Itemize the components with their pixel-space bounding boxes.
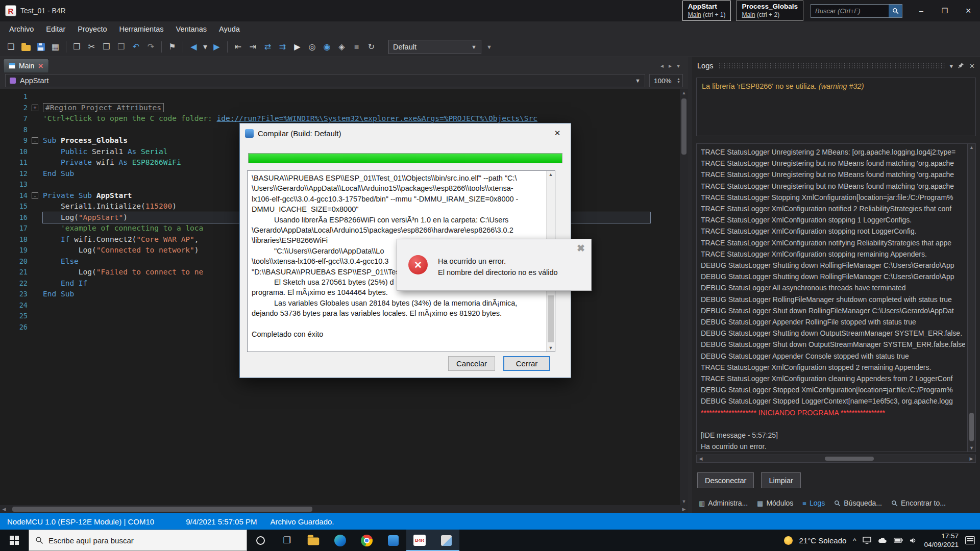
copy-button[interactable]: ❐ (70, 40, 84, 54)
weather-text[interactable]: 21°C Soleado (799, 536, 847, 545)
dialog-close-button[interactable]: ✕ (546, 124, 569, 142)
scroll-up-icon[interactable]: ▲ (968, 145, 975, 150)
tab-scroll-right-icon[interactable]: ▸ (669, 62, 672, 69)
cortana-button[interactable] (247, 530, 274, 551)
scroll-down-icon[interactable]: ▼ (968, 445, 975, 450)
scroll-up-icon[interactable]: ▲ (680, 90, 688, 95)
outdent-button[interactable]: ⇤ (231, 40, 245, 54)
compile-debug-button[interactable]: ⇉ (276, 40, 289, 54)
save-all-button[interactable]: ▦ (48, 40, 62, 54)
code-line[interactable]: 1 (0, 91, 680, 103)
new-file-button[interactable]: ❏ (4, 40, 18, 54)
onedrive-cloud-icon[interactable] (878, 537, 887, 543)
log-vertical-scrollbar[interactable]: ▲ ▼ (967, 144, 975, 452)
action-center-icon[interactable] (965, 536, 975, 544)
panel-tab-módulos[interactable]: ▦Módulos (753, 497, 797, 509)
bookmark-button[interactable]: ⚑ (165, 40, 179, 54)
start-button[interactable] (0, 530, 29, 551)
quick-nav-link[interactable]: Main (688, 11, 701, 18)
collapse-region-icon[interactable]: - (32, 137, 38, 144)
clean-project-button[interactable]: ↻ (364, 40, 378, 54)
quick-nav-link[interactable]: Main (742, 11, 755, 18)
search-input[interactable]: Buscar (Ctrl+F) (811, 7, 889, 15)
menu-item-herramientas[interactable]: Herramientas (113, 21, 169, 37)
scroll-left-icon[interactable]: ◀ (697, 455, 705, 462)
dialog-title-bar[interactable]: Compilar (Build: Default) ✕ (240, 123, 571, 143)
scroll-up-icon[interactable]: ▲ (547, 172, 555, 177)
paste-special-button[interactable]: ❒ (114, 40, 128, 54)
compile-transfer-button[interactable]: ⇄ (261, 40, 275, 54)
scroll-left-icon[interactable]: ◀ (0, 505, 8, 513)
menu-item-ayuda[interactable]: Ayuda (213, 21, 246, 37)
navigate-back-button[interactable]: ◀ (187, 40, 201, 54)
build-configuration-select[interactable]: Default ▼ (388, 40, 481, 54)
log-horizontal-scrollbar[interactable]: ◀ ▶ (696, 455, 976, 463)
minimize-button[interactable]: – (910, 0, 933, 21)
pin-icon[interactable] (958, 62, 964, 70)
menu-item-archivo[interactable]: Archivo (3, 21, 40, 37)
panel-tab-administra[interactable]: ▥Administra... (695, 497, 751, 509)
clock[interactable]: 17:57 04/09/2021 (924, 532, 959, 549)
zoom-selector[interactable]: 100% ▲▼ (649, 74, 683, 87)
battery-icon[interactable] (894, 538, 903, 543)
disconnect-button[interactable]: Desconectar (697, 472, 754, 488)
indent-button[interactable]: ⇥ (246, 40, 260, 54)
code-line[interactable]: 2+#Region Project Attributes (0, 103, 680, 114)
toolbar-overflow-button[interactable]: ▼ (486, 44, 492, 50)
designer-app-button[interactable] (433, 530, 459, 551)
scrollbar-thumb[interactable] (681, 98, 687, 155)
cut-button[interactable]: ✂ (85, 40, 99, 54)
file-explorer-button[interactable] (300, 530, 327, 551)
close-panel-icon[interactable]: ✕ (969, 62, 975, 70)
paste-button[interactable]: ❒ (100, 40, 113, 54)
search-button[interactable] (889, 5, 902, 17)
scope-selector[interactable]: AppStart ▼ (5, 74, 645, 87)
maximize-button[interactable]: ❐ (933, 0, 957, 21)
cancel-button[interactable]: Cancelar (448, 356, 495, 371)
taskbar-search[interactable]: Escribe aquí para buscar (29, 530, 247, 551)
scroll-right-icon[interactable]: ▶ (680, 505, 688, 513)
expand-region-icon[interactable]: + (32, 105, 38, 111)
scrollbar-thumb[interactable] (12, 507, 312, 512)
run-button[interactable]: ▶ (290, 40, 304, 54)
quick-nav-appstart[interactable]: AppStart Main (ctrl + 1) (682, 1, 731, 21)
scroll-right-icon[interactable]: ▶ (967, 455, 975, 462)
wifi-connect-button[interactable]: ◉ (320, 40, 334, 54)
navigate-menu-button[interactable]: ▾ (202, 40, 209, 54)
scrollbar-thumb[interactable] (969, 413, 974, 441)
zoom-spinner[interactable]: ▲▼ (677, 78, 680, 84)
editor-vertical-scrollbar[interactable]: ▲ ▼ (680, 89, 688, 505)
open-button[interactable] (19, 40, 33, 54)
chevron-down-icon[interactable]: ▾ (950, 62, 953, 70)
tab-list-icon[interactable]: ▾ (677, 62, 680, 69)
cerrar-button[interactable]: Cerrar (503, 356, 550, 371)
redo-button[interactable]: ↷ (144, 40, 158, 54)
panel-tab-búsqueda[interactable]: Búsqueda... (830, 497, 886, 509)
tab-scroll-left-icon[interactable]: ◂ (660, 62, 664, 69)
display-icon[interactable] (863, 537, 871, 544)
clear-logs-button[interactable]: Limpiar (761, 472, 801, 488)
close-button[interactable]: ✕ (957, 0, 980, 21)
connect-button[interactable]: ◎ (305, 40, 319, 54)
titlebar-search[interactable]: Buscar (Ctrl+F) (811, 4, 902, 18)
b4r-taskbar-button[interactable]: B4R (406, 530, 433, 551)
menu-item-editar[interactable]: Editar (40, 21, 71, 37)
panel-splitter[interactable] (688, 57, 692, 513)
phone-app-button[interactable] (380, 530, 406, 551)
tab-main[interactable]: Main ✕ (3, 59, 49, 72)
stop-button[interactable]: ■ (350, 40, 363, 54)
panel-tab-encontrarto[interactable]: Encontrar to... (888, 497, 949, 509)
editor-horizontal-scrollbar[interactable]: ◀ ▶ (0, 505, 688, 513)
device-tools-button[interactable]: ◈ (335, 40, 349, 54)
scrollbar-thumb[interactable] (548, 295, 554, 342)
scroll-down-icon[interactable]: ▼ (547, 345, 555, 350)
tray-expand-icon[interactable]: ^ (853, 537, 856, 544)
undo-button[interactable]: ↶ (129, 40, 143, 54)
menu-item-ventanas[interactable]: Ventanas (170, 21, 213, 37)
task-view-button[interactable]: ❐ (274, 530, 300, 551)
edge-button[interactable] (327, 530, 353, 551)
popup-close-icon[interactable]: ✖ (577, 242, 585, 254)
panel-tab-logs[interactable]: ≡Logs (799, 497, 828, 509)
menu-item-proyecto[interactable]: Proyecto (71, 21, 113, 37)
scroll-down-icon[interactable]: ▼ (680, 499, 688, 504)
